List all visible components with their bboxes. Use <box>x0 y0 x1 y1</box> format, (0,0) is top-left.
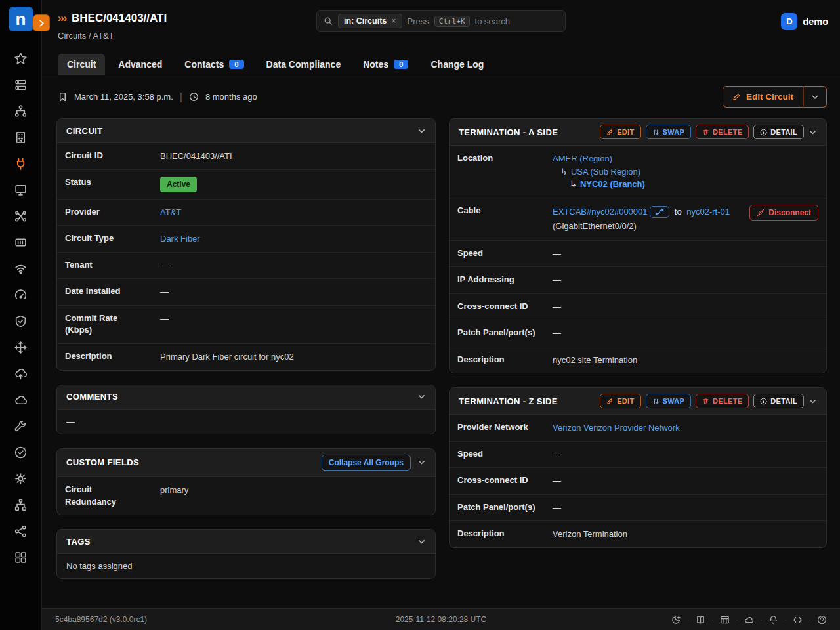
search-filter-chip[interactable]: in: Circuits × <box>338 14 402 28</box>
edit-circuit-button[interactable]: Edit Circuit <box>723 86 803 108</box>
collapse-chevron-icon[interactable] <box>808 397 817 406</box>
page-title: BHEC/041403//ATI <box>72 12 167 25</box>
swap-arrows-icon <box>652 129 660 136</box>
bookmark-icon[interactable] <box>58 92 68 102</box>
circuit-type-link[interactable]: Dark Fiber <box>160 234 200 243</box>
panel-title: TERMINATION - A SIDE <box>459 127 558 137</box>
notifications-icon[interactable] <box>768 615 778 625</box>
pencil-icon <box>606 398 614 405</box>
table-row: Commit Rate (Kbps) — <box>57 306 435 345</box>
tags-panel-header: TAGS <box>57 530 435 554</box>
tab-notes[interactable]: Notes0 <box>354 54 417 75</box>
collapse-chevron-icon[interactable] <box>417 458 426 467</box>
provider-link[interactable]: AT&T <box>160 207 181 217</box>
swap-label: SWAP <box>663 397 685 405</box>
cable-device-link[interactable]: nyc02-rt-01 <box>686 207 730 217</box>
table-row: Speed — <box>450 442 826 469</box>
tab-circuit[interactable]: Circuit <box>58 54 105 75</box>
panel-title: TERMINATION - Z SIDE <box>459 396 558 406</box>
edit-button[interactable]: EDIT <box>600 394 640 408</box>
top-header: ››› BHEC/041403//ATI Circuits / AT&T in:… <box>42 0 840 51</box>
swap-button[interactable]: SWAP <box>646 394 692 408</box>
provider-network-link[interactable]: Verizon Verizon Provider Network <box>553 423 680 432</box>
time-ago-label: 8 months ago <box>205 92 257 102</box>
table-row: Cable EXTCAB#nyc02#000001 to nyc02-rt-01… <box>450 198 826 241</box>
racks-icon[interactable] <box>14 77 28 92</box>
avatar[interactable]: D <box>781 13 797 30</box>
topology-icon[interactable] <box>14 209 28 223</box>
docs-icon[interactable] <box>696 615 705 625</box>
disconnect-button[interactable]: Disconnect <box>749 205 818 220</box>
global-search-input[interactable]: in: Circuits × Press Ctrl+K to search <box>316 10 566 32</box>
theme-toggle-icon[interactable] <box>671 615 681 625</box>
dashboard-gauge-icon[interactable] <box>14 287 28 302</box>
collapse-chevron-icon[interactable] <box>417 537 426 546</box>
delete-button[interactable]: DELETE <box>696 125 749 139</box>
field-value: Dark Fiber <box>152 226 435 252</box>
detail-button[interactable]: DETAIL <box>753 394 804 408</box>
data-tables-icon[interactable] <box>720 615 730 625</box>
wireless-icon[interactable] <box>14 261 28 276</box>
unplug-icon <box>757 209 765 217</box>
user-menu[interactable]: D demo <box>781 13 828 30</box>
field-value: — <box>545 442 826 468</box>
info-icon <box>760 129 767 136</box>
collapse-chevron-icon[interactable] <box>808 128 817 136</box>
breadcrumb[interactable]: Circuits / AT&T <box>58 31 167 41</box>
tab-change-log[interactable]: Change Log <box>421 54 493 75</box>
panel-title: COMMENTS <box>66 392 118 402</box>
field-value: Primary Dark Fiber circuit for nyc02 <box>152 344 435 370</box>
hierarchy-icon[interactable] <box>14 497 28 512</box>
ipam-monitor-icon[interactable] <box>14 182 28 197</box>
field-label: Commit Rate (Kbps) <box>57 306 152 344</box>
settings-gear-icon[interactable] <box>14 471 28 486</box>
cable-link[interactable]: EXTCAB#nyc02#000001 <box>553 207 648 217</box>
collapse-all-groups-button[interactable]: Collapse All Groups <box>322 455 411 471</box>
cable-trace-button[interactable] <box>650 206 669 218</box>
sidebar-expand-button[interactable] <box>33 14 50 32</box>
detail-tabs: Circuit Advanced Contacts0 Data Complian… <box>42 51 840 75</box>
breadcrumb-chevrons-icon[interactable]: ››› <box>58 12 66 24</box>
cloud-icon[interactable] <box>14 392 28 407</box>
edit-label: EDIT <box>617 397 634 405</box>
cloud-upload-icon[interactable] <box>14 366 28 381</box>
cloud-status-icon[interactable] <box>744 615 754 625</box>
edit-circuit-dropdown-button[interactable] <box>803 86 827 108</box>
nautobot-logo[interactable]: n <box>9 7 33 32</box>
collapse-chevron-icon[interactable] <box>417 392 426 401</box>
wrench-icon[interactable] <box>14 419 28 433</box>
sitemap-icon[interactable] <box>14 104 28 118</box>
termination-a-panel: TERMINATION - A SIDE EDIT SWAP DELETE DE… <box>449 118 827 373</box>
apps-grid-icon[interactable] <box>14 550 28 564</box>
branch-link[interactable]: NYC02 (Branch) <box>580 178 645 191</box>
tab-data-compliance[interactable]: Data Compliance <box>257 54 350 75</box>
detail-button[interactable]: DETAIL <box>753 125 804 139</box>
tab-advanced[interactable]: Advanced <box>109 54 171 75</box>
region-link[interactable]: AMER (Region) <box>553 152 612 165</box>
check-circle-icon[interactable] <box>14 445 28 459</box>
shield-check-icon[interactable] <box>14 314 28 328</box>
api-docs-icon[interactable] <box>793 615 803 625</box>
field-value: primary <box>152 477 435 515</box>
circuits-icon[interactable] <box>14 156 28 171</box>
device-bays-icon[interactable] <box>14 235 28 249</box>
field-value: — <box>545 495 826 521</box>
subregion-link[interactable]: USA (Sub Region) <box>571 165 640 178</box>
field-label: Description <box>450 347 545 373</box>
status-badge[interactable]: Active <box>160 177 197 192</box>
trash-icon <box>702 129 709 136</box>
table-row: Provider AT&T <box>57 200 435 226</box>
move-arrows-icon[interactable] <box>14 340 28 354</box>
tab-contacts[interactable]: Contacts0 <box>175 54 253 75</box>
favorites-star-icon[interactable] <box>14 51 28 66</box>
help-icon[interactable] <box>817 615 827 625</box>
building-icon[interactable] <box>14 130 28 144</box>
collapse-chevron-icon[interactable] <box>417 127 426 135</box>
edit-button[interactable]: EDIT <box>600 125 640 139</box>
field-value: AT&T <box>152 200 435 226</box>
chip-close-icon[interactable]: × <box>391 16 396 26</box>
swap-button[interactable]: SWAP <box>646 125 692 139</box>
delete-button[interactable]: DELETE <box>696 394 749 408</box>
share-nodes-icon[interactable] <box>14 524 28 538</box>
field-value: — <box>545 294 826 320</box>
